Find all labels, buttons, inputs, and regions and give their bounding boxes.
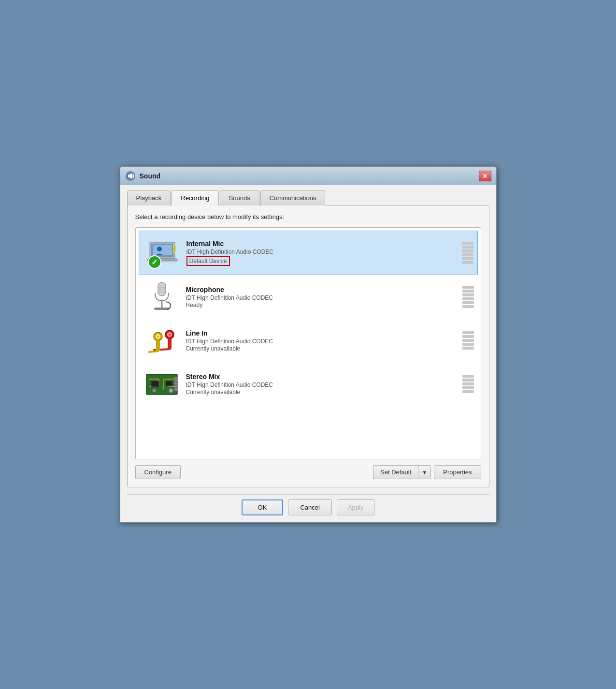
device-name-internal-mic: Internal Mic xyxy=(186,240,462,248)
level-bars-line-in xyxy=(462,323,474,357)
tab-bar: Playback Recording Sounds Communications xyxy=(127,190,489,205)
device-codec-internal-mic: IDT High Definition Audio CODEC xyxy=(186,249,462,255)
level-bar xyxy=(462,339,474,342)
default-device-label: Default Device xyxy=(186,256,230,266)
tab-playback[interactable]: Playback xyxy=(127,191,171,205)
level-bar xyxy=(462,347,474,350)
level-bar xyxy=(462,379,474,381)
level-bar xyxy=(462,261,473,264)
title-bar: Sound ✕ xyxy=(120,167,496,185)
level-bars-internal-mic xyxy=(462,236,473,270)
set-default-dropdown-button[interactable]: ▼ xyxy=(418,465,431,479)
device-info-stereo-mix: Stereo Mix IDT High Definition Audio COD… xyxy=(181,373,462,396)
device-info-line-in: Line In IDT High Definition Audio CODEC … xyxy=(181,329,462,352)
level-bars-microphone xyxy=(462,280,474,314)
level-bar xyxy=(462,331,474,334)
svg-rect-31 xyxy=(166,381,172,386)
device-status-stereo-mix: Currently unavailable xyxy=(186,389,462,396)
device-codec-line-in: IDT High Definition Audio CODEC xyxy=(186,338,462,345)
bottom-buttons: Configure Set Default ▼ Properties xyxy=(135,465,481,479)
microphone-icon xyxy=(147,280,176,313)
svg-point-33 xyxy=(170,389,172,392)
svg-line-22 xyxy=(149,351,158,352)
device-codec-stereo-mix: IDT High Definition Audio CODEC xyxy=(186,381,462,388)
svg-point-15 xyxy=(169,334,171,336)
svg-rect-16 xyxy=(168,338,172,349)
tab-sounds[interactable]: Sounds xyxy=(220,191,259,205)
configure-button[interactable]: Configure xyxy=(135,465,181,479)
device-item-microphone[interactable]: Microphone IDT High Definition Audio COD… xyxy=(139,275,478,319)
level-bar xyxy=(462,293,474,296)
apply-button[interactable]: Apply xyxy=(337,499,375,515)
level-bar xyxy=(462,386,474,389)
device-icon-microphone xyxy=(143,280,181,314)
tab-content-recording: Select a recording device below to modif… xyxy=(127,205,489,487)
window-body: Playback Recording Sounds Communications… xyxy=(120,185,496,522)
sound-title-icon xyxy=(125,171,136,181)
level-bar xyxy=(462,290,474,293)
svg-point-6 xyxy=(157,247,162,251)
level-bar xyxy=(462,305,474,308)
level-bar xyxy=(462,382,474,385)
device-status-line-in: Currently unavailable xyxy=(186,345,462,352)
level-bar xyxy=(462,242,473,245)
svg-rect-7 xyxy=(158,282,166,296)
ok-button[interactable]: OK xyxy=(242,499,284,515)
set-default-button[interactable]: Set Default xyxy=(373,465,418,479)
device-item-line-in[interactable]: Line In IDT High Definition Audio CODEC … xyxy=(139,319,478,362)
level-bar xyxy=(462,375,474,378)
device-info-microphone: Microphone IDT High Definition Audio COD… xyxy=(181,286,462,308)
tab-description: Select a recording device below to modif… xyxy=(135,213,481,220)
level-bar xyxy=(462,390,474,393)
device-item-stereo-mix[interactable]: Stereo Mix IDT High Definition Audio COD… xyxy=(139,362,478,406)
close-button[interactable]: ✕ xyxy=(479,171,491,181)
level-bar xyxy=(462,286,474,289)
device-item-internal-mic[interactable]: ✓ Internal Mic IDT High Definition Audio… xyxy=(139,231,478,275)
device-name-stereo-mix: Stereo Mix xyxy=(186,373,462,381)
svg-rect-30 xyxy=(151,381,159,387)
level-bar xyxy=(462,253,473,256)
device-list: ✓ Internal Mic IDT High Definition Audio… xyxy=(135,227,481,459)
sound-dialog: Sound ✕ Playback Recording Sounds Commun… xyxy=(120,166,497,523)
default-checkmark-badge: ✓ xyxy=(148,255,161,269)
level-bar xyxy=(462,297,474,300)
level-bars-stereo-mix xyxy=(462,367,474,401)
tab-recording[interactable]: Recording xyxy=(172,191,218,205)
set-default-wrap: Set Default ▼ xyxy=(373,465,431,479)
device-name-microphone: Microphone xyxy=(186,286,462,293)
device-info-internal-mic: Internal Mic IDT High Definition Audio C… xyxy=(182,240,462,266)
svg-point-20 xyxy=(157,336,159,337)
right-buttons: Set Default ▼ Properties xyxy=(373,465,481,479)
properties-button[interactable]: Properties xyxy=(434,465,481,479)
device-icon-line-in xyxy=(143,323,181,357)
level-bar xyxy=(462,249,473,252)
svg-rect-4 xyxy=(153,245,172,255)
device-name-line-in: Line In xyxy=(186,329,462,337)
level-bar xyxy=(462,335,474,338)
dialog-bottom-buttons: OK Cancel Apply xyxy=(127,494,489,515)
level-bar xyxy=(462,343,474,346)
device-icon-internal-mic: ✓ xyxy=(143,236,182,270)
svg-rect-21 xyxy=(156,340,160,351)
window-title: Sound xyxy=(140,172,161,180)
device-icon-stereo-mix xyxy=(143,367,181,401)
level-bar xyxy=(462,301,474,304)
circuit-board-icon xyxy=(144,369,179,398)
tab-communications[interactable]: Communications xyxy=(260,191,326,205)
cancel-button[interactable]: Cancel xyxy=(288,499,331,515)
title-bar-left: Sound xyxy=(125,171,161,181)
level-bar xyxy=(462,246,473,249)
level-bar xyxy=(462,257,473,260)
device-codec-microphone: IDT High Definition Audio CODEC xyxy=(186,294,462,301)
line-in-icon xyxy=(144,326,179,355)
device-status-microphone: Ready xyxy=(186,302,462,308)
svg-point-34 xyxy=(152,389,156,393)
